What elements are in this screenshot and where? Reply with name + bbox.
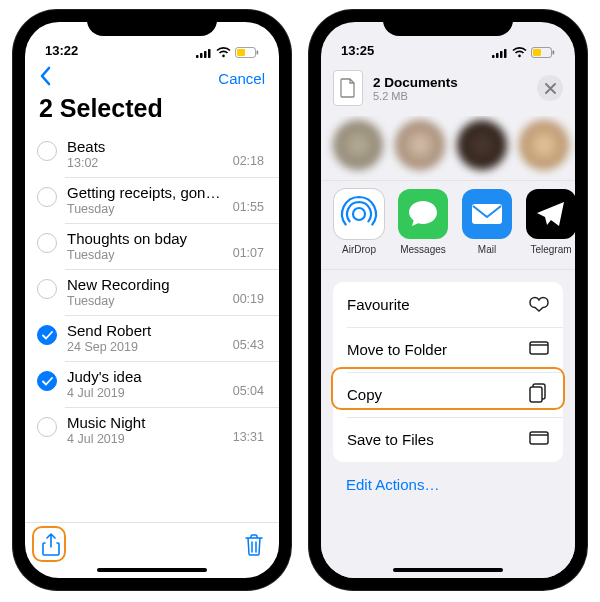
- item-title: Music Night: [67, 414, 225, 431]
- item-duration: 05:04: [233, 384, 264, 400]
- mail-icon: [462, 189, 512, 239]
- item-duration: 13:31: [233, 430, 264, 446]
- selection-circle[interactable]: [37, 187, 57, 207]
- cancel-button[interactable]: Cancel: [218, 70, 265, 87]
- phone-right: 13:25 2 Documents 5.2 MB: [309, 10, 587, 590]
- back-button[interactable]: [39, 66, 51, 90]
- svg-rect-12: [533, 49, 541, 56]
- status-icons: [492, 47, 555, 58]
- list-item[interactable]: Getting receipts, gonna edit this laterT…: [25, 177, 279, 223]
- folder-icon: [529, 338, 549, 361]
- item-duration: 01:07: [233, 246, 264, 262]
- contact-avatar[interactable]: [519, 120, 569, 170]
- selection-circle[interactable]: [37, 325, 57, 345]
- share-icon: [41, 533, 61, 557]
- status-icons: [196, 47, 259, 58]
- folder-icon: [529, 428, 549, 451]
- document-icon: [333, 70, 363, 106]
- item-title: Getting receipts, gonna edit this later: [67, 184, 225, 201]
- item-duration: 05:43: [233, 338, 264, 354]
- item-subtitle: 4 Jul 2019: [67, 386, 225, 400]
- airdrop-icon: [334, 189, 384, 239]
- action-copy[interactable]: Copy: [333, 372, 563, 417]
- action-favourite[interactable]: Favourite: [333, 282, 563, 327]
- svg-rect-2: [204, 51, 207, 58]
- selection-circle[interactable]: [37, 279, 57, 299]
- item-title: Send Robert: [67, 322, 225, 339]
- app-label: Telegram: [530, 244, 571, 255]
- signal-icon: [492, 48, 508, 58]
- toolbar: [25, 522, 279, 578]
- messages-icon: [398, 189, 448, 239]
- item-duration: 00:19: [233, 292, 264, 308]
- close-icon: [545, 83, 556, 94]
- phone-left: 13:22 Cancel 2 Selected Beats13:0202:18G…: [13, 10, 291, 590]
- svg-rect-13: [553, 51, 555, 55]
- trash-icon: [245, 534, 263, 556]
- action-move-to-folder[interactable]: Move to Folder: [333, 327, 563, 372]
- selection-circle[interactable]: [37, 371, 57, 391]
- contacts-row[interactable]: [321, 116, 575, 180]
- share-sheet-header: 2 Documents 5.2 MB: [321, 60, 575, 116]
- status-time: 13:22: [45, 43, 78, 58]
- item-subtitle: 24 Sep 2019: [67, 340, 225, 354]
- svg-rect-3: [208, 49, 211, 58]
- app-messages[interactable]: Messages: [397, 189, 449, 255]
- copy-icon: [529, 383, 549, 406]
- item-subtitle: Tuesday: [67, 294, 225, 308]
- nav-bar: Cancel: [25, 60, 279, 92]
- telegram-icon: [526, 189, 575, 239]
- item-title: Judy's idea: [67, 368, 225, 385]
- close-button[interactable]: [537, 75, 563, 101]
- item-duration: 01:55: [233, 200, 264, 216]
- share-sheet: 2 Documents 5.2 MB AirDropMessagesMailTe…: [321, 60, 575, 578]
- contact-avatar[interactable]: [333, 120, 383, 170]
- battery-icon: [531, 47, 555, 58]
- apps-row[interactable]: AirDropMessagesMailTelegramWh: [321, 180, 575, 270]
- selection-circle[interactable]: [37, 141, 57, 161]
- item-title: New Recording: [67, 276, 225, 293]
- recordings-list[interactable]: Beats13:0202:18Getting receipts, gonna e…: [25, 131, 279, 522]
- selection-circle[interactable]: [37, 417, 57, 437]
- wifi-icon: [216, 47, 231, 58]
- action-label: Copy: [347, 386, 382, 403]
- page-title: 2 Selected: [25, 92, 279, 131]
- share-title: 2 Documents: [373, 75, 527, 90]
- action-save-to-files[interactable]: Save to Files: [333, 417, 563, 462]
- contact-avatar[interactable]: [457, 120, 507, 170]
- list-item[interactable]: New RecordingTuesday00:19: [25, 269, 279, 315]
- svg-rect-7: [492, 55, 495, 58]
- list-item[interactable]: Send Robert24 Sep 201905:43: [25, 315, 279, 361]
- heart-icon: [529, 293, 549, 316]
- share-button[interactable]: [41, 533, 61, 557]
- notch: [87, 10, 217, 36]
- svg-rect-5: [237, 49, 245, 56]
- app-airdrop[interactable]: AirDrop: [333, 189, 385, 255]
- list-item[interactable]: Judy's idea4 Jul 201905:04: [25, 361, 279, 407]
- list-item[interactable]: Music Night4 Jul 201913:31: [25, 407, 279, 453]
- status-time: 13:25: [341, 43, 374, 58]
- list-item[interactable]: Beats13:0202:18: [25, 131, 279, 177]
- edit-actions-link[interactable]: Edit Actions…: [321, 462, 575, 507]
- signal-icon: [196, 48, 212, 58]
- svg-rect-6: [257, 51, 259, 55]
- app-label: AirDrop: [342, 244, 376, 255]
- action-label: Move to Folder: [347, 341, 447, 358]
- selection-circle[interactable]: [37, 233, 57, 253]
- item-duration: 02:18: [233, 154, 264, 170]
- item-title: Thoughts on bday: [67, 230, 225, 247]
- wifi-icon: [512, 47, 527, 58]
- home-indicator[interactable]: [393, 568, 503, 572]
- item-subtitle: Tuesday: [67, 202, 225, 216]
- home-indicator[interactable]: [97, 568, 207, 572]
- contact-avatar[interactable]: [395, 120, 445, 170]
- app-telegram[interactable]: Telegram: [525, 189, 575, 255]
- item-title: Beats: [67, 138, 225, 155]
- app-label: Messages: [400, 244, 446, 255]
- list-item[interactable]: Thoughts on bdayTuesday01:07: [25, 223, 279, 269]
- delete-button[interactable]: [245, 534, 263, 556]
- share-subtitle: 5.2 MB: [373, 90, 527, 102]
- app-mail[interactable]: Mail: [461, 189, 513, 255]
- battery-icon: [235, 47, 259, 58]
- item-subtitle: Tuesday: [67, 248, 225, 262]
